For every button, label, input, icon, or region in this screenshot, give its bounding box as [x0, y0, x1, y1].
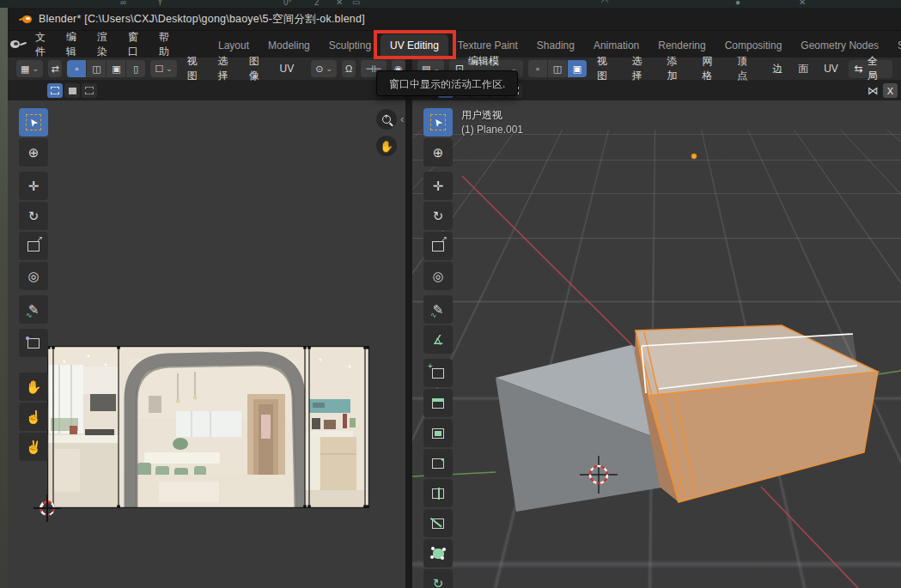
select-menu[interactable]: 选择	[627, 54, 657, 83]
magnet-icon: Ω	[345, 64, 352, 74]
editor-divider[interactable]	[405, 58, 412, 588]
face-mode-button[interactable]: ▣	[568, 60, 587, 77]
uv-menu-image[interactable]: 图像	[244, 54, 270, 83]
orientation-label: 全局	[868, 54, 886, 83]
blender-window: ∞ Y 0° 2 ✕ ▭ ◠ ● ✕ Blender* [C:\Users\CX…	[0, 0, 901, 588]
tool-rotate[interactable]: ↻	[423, 202, 453, 230]
cursor-icon: ⊕	[433, 145, 444, 161]
uv-editor-header: ▦ ⌄ ⇄ ▫ ◫ ▣ ▯ ☐ ⌄ 视图 选择 图像 UV ⊙ ⌄ Ω ⊣⊢	[8, 58, 405, 81]
uv-tool-settings-row	[8, 81, 405, 100]
transform-orientation-dropdown[interactable]: ⇆ 全局	[849, 60, 892, 78]
bg-glyph: ✕	[336, 0, 343, 7]
uv-image-panorama[interactable]	[47, 346, 369, 508]
vertex-menu[interactable]: 顶点	[732, 54, 762, 83]
face-menu[interactable]: 面	[793, 62, 813, 76]
tool-measure[interactable]: ∡	[423, 325, 453, 354]
cursor-icon: ⊕	[28, 145, 40, 161]
uv-tool-cursor[interactable]: ⊕	[19, 138, 48, 167]
tool-loop-cut[interactable]	[423, 479, 453, 507]
tool-annotate[interactable]: ✎∿	[423, 295, 453, 324]
menu-file[interactable]: 文件	[35, 30, 46, 59]
tool-knife[interactable]	[423, 509, 453, 537]
spin-icon: ↻	[433, 576, 444, 588]
mesh-menu[interactable]: 网格	[697, 54, 727, 83]
edge-mode-button[interactable]: ◫	[548, 60, 567, 77]
uv-select-vertex-button[interactable]: ▫	[67, 60, 86, 77]
tab-uv-editing[interactable]: UV Editing	[380, 34, 448, 58]
face-select-icon: ▣	[573, 64, 581, 75]
uv-tool-transform[interactable]: ◎	[19, 262, 48, 290]
uv-toolbar: ➤ ⊕ ✛ ↻ ◎ ✎∿ ✋ ☝ ✌	[19, 108, 48, 463]
tool-cursor[interactable]: ⊕	[423, 138, 453, 167]
uv-select-face-button[interactable]: ▣	[107, 60, 125, 77]
tool-transform[interactable]: ◎	[423, 262, 453, 290]
uv-tool-move[interactable]: ✛	[19, 172, 48, 200]
uv-sync-selection-toggle[interactable]: ⇄	[48, 60, 62, 77]
rotate-icon: ↻	[28, 209, 40, 224]
uv-tool-relax[interactable]: ☝	[19, 403, 48, 431]
viewport-3d[interactable]: 用户透视 (1) Plane.001 ➤ ⊕ ✛ ↻ ◎ ✎∿ ∡ ↻	[412, 100, 901, 588]
tool-add-cube[interactable]	[423, 359, 453, 387]
mirror-x-button[interactable]: X	[883, 83, 898, 98]
uv-menu-view[interactable]: 视图	[182, 54, 208, 83]
uv-pivot-dropdown[interactable]: ⊙ ⌄	[311, 60, 337, 77]
uv-select-edge-button[interactable]: ◫	[87, 60, 106, 77]
tool-extrude-region[interactable]	[423, 389, 453, 417]
uv-sticky-selection-dropdown[interactable]: ☐ ⌄	[150, 60, 176, 77]
tab-sculpting[interactable]: Sculpting	[320, 34, 380, 58]
menu-help[interactable]: 帮助	[159, 30, 169, 59]
view-menu[interactable]: 视图	[592, 54, 622, 83]
uv-tool-annotate[interactable]: ✎∿	[19, 295, 48, 324]
uv-menu-uv[interactable]: UV	[275, 63, 300, 75]
uv-menu-select[interactable]: 选择	[213, 54, 239, 83]
add-cube-icon	[432, 368, 444, 379]
tweak-arrow-icon: ➤	[26, 114, 41, 130]
tool-inset-faces[interactable]	[423, 419, 453, 447]
uv-zoom-button[interactable]	[376, 109, 397, 130]
edge-select-icon: ◫	[553, 64, 562, 75]
tool-bevel[interactable]	[423, 449, 453, 477]
tool-scale[interactable]	[423, 232, 453, 260]
uv-pan-button[interactable]: ✋	[376, 136, 397, 156]
relax-finger-icon: ☝	[26, 409, 42, 425]
uv-sidebar-toggle[interactable]: ‹	[400, 112, 404, 125]
uv-menu[interactable]: UV	[819, 63, 843, 75]
annotate-wave-icon: ∿	[26, 311, 33, 319]
edge-menu[interactable]: 边	[767, 62, 788, 76]
add-menu[interactable]: 添加	[662, 54, 692, 83]
uv-tool-pinch[interactable]: ✌	[19, 433, 48, 461]
background-left-strip	[0, 8, 8, 588]
uv-editor-type-dropdown[interactable]: ▦ ⌄	[16, 60, 43, 77]
menu-edit[interactable]: 编辑	[66, 30, 76, 59]
window-title: Blender* [C:\Users\CXJ\Desktop\gong\baoy…	[39, 12, 365, 27]
uv-tool-rotate[interactable]: ↻	[19, 202, 48, 230]
menu-window[interactable]: 窗口	[128, 30, 138, 59]
tab-uv-editing-label: UV Editing	[390, 39, 439, 52]
extrude-icon	[432, 398, 444, 409]
tab-script[interactable]: Script	[888, 34, 901, 58]
vertex-mode-button[interactable]: ▫	[528, 60, 547, 77]
title-bar: Blender* [C:\Users\CXJ\Desktop\gong\baoy…	[8, 8, 901, 31]
measure-icon: ∡	[432, 332, 443, 348]
uv-tool-grab[interactable]: ✋	[19, 373, 48, 401]
x-axis-line	[462, 176, 634, 347]
uv-tool-tweak[interactable]: ➤	[19, 108, 48, 136]
uv-2d-cursor[interactable]	[40, 500, 55, 516]
uv-select-mode-subtract-button[interactable]	[82, 83, 97, 98]
menu-render[interactable]: 渲染	[97, 30, 107, 59]
tab-shading[interactable]: Shading	[527, 34, 584, 58]
tool-poly-build[interactable]	[423, 539, 453, 567]
tool-move[interactable]: ✛	[423, 172, 453, 200]
uv-select-mode-extend-button[interactable]	[64, 83, 80, 98]
uv-tool-scale[interactable]	[19, 232, 48, 260]
uv-select-island-button[interactable]: ▯	[126, 60, 145, 77]
uv-select-mode-set-button[interactable]	[47, 83, 63, 98]
y-axis-line-right	[878, 371, 901, 374]
bg-glyph: Y	[157, 0, 163, 7]
loop-cut-icon	[432, 488, 444, 499]
uv-tool-rip-region[interactable]	[19, 329, 48, 357]
tool-spin[interactable]: ↻	[423, 569, 453, 588]
bg-glyph: ▭	[352, 0, 360, 7]
tool-tweak[interactable]: ➤	[423, 108, 453, 136]
uv-snap-toggle[interactable]: Ω	[342, 60, 356, 77]
